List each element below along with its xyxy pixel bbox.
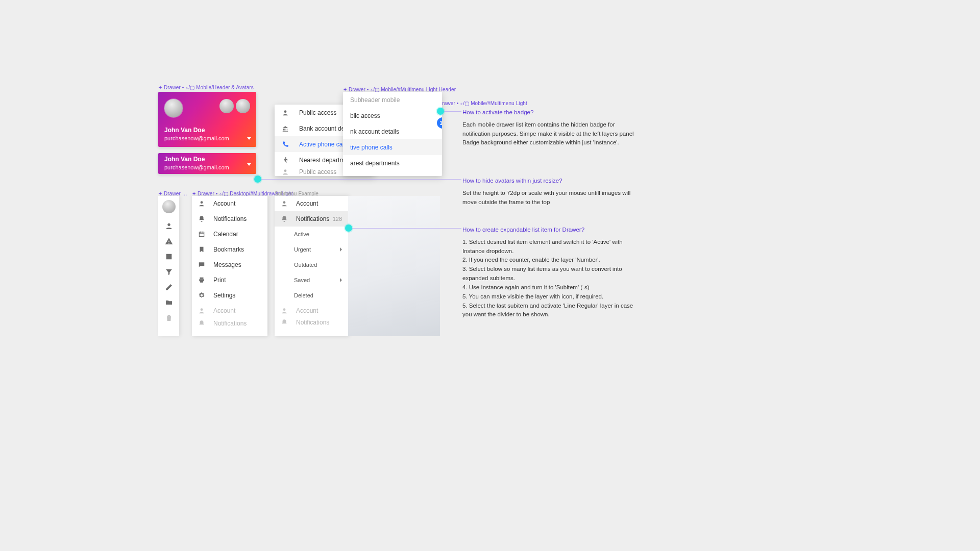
bell-icon xyxy=(198,215,207,222)
drawer-row-notifications[interactable]: Notifications xyxy=(192,211,267,227)
annotation-badge: How to activate the badge? Each mobile d… xyxy=(462,108,636,147)
drawer-label: Messages xyxy=(213,261,241,268)
subitem-outdated[interactable]: Outdated xyxy=(275,257,348,272)
drawer-header-large[interactable]: John Van Doe purchasenow@gmail.com xyxy=(158,92,256,147)
user-email: purchasenow@gmail.com xyxy=(164,164,242,171)
connector-dot xyxy=(345,224,352,232)
folder-icon[interactable] xyxy=(164,298,174,307)
person-icon xyxy=(281,200,290,207)
drawer-row-account-fade[interactable]: Account xyxy=(192,303,267,318)
image-icon[interactable] xyxy=(164,252,174,261)
desktop-multidrawer-light: Account Notifications Calendar Bookmarks… xyxy=(192,196,267,336)
message-icon xyxy=(198,261,207,268)
menu-row[interactable]: nk account details xyxy=(343,123,442,139)
warning-icon[interactable] xyxy=(164,237,174,246)
svg-point-6 xyxy=(283,201,286,204)
bookmark-icon xyxy=(198,246,207,253)
drawer-row-print[interactable]: Print xyxy=(192,272,267,288)
user-name: John Van Doe xyxy=(164,156,242,164)
drawer-label: Notifications xyxy=(213,215,247,222)
subitem-saved[interactable]: Saved xyxy=(275,272,348,288)
bank-icon xyxy=(282,125,292,132)
annotation-heading: How to activate the badge? xyxy=(462,108,636,117)
calendar-icon xyxy=(198,231,207,238)
submenu-row-account[interactable]: Account xyxy=(275,196,348,211)
figma-canvas: ✦ Drawer • ⬨/▢ Mobile/Header & Avatars ✦… xyxy=(158,86,822,341)
drawer-mini-rail xyxy=(158,196,179,336)
header-text: John Van Doe purchasenow@gmail.com xyxy=(164,127,242,142)
person-icon xyxy=(282,168,292,176)
drawer-row-calendar[interactable]: Calendar xyxy=(192,227,267,242)
annotation-avatars-resize: How to hide avatars within just resize? … xyxy=(462,177,636,207)
annotation-body: Set the height to 72dp or scale with you… xyxy=(462,189,636,207)
drawer-row-settings[interactable]: Settings xyxy=(192,288,267,303)
person-icon xyxy=(198,200,207,207)
drawer-label: Account xyxy=(213,307,235,314)
chevron-right-icon xyxy=(340,247,342,252)
user-email: purchasenow@gmail.com xyxy=(164,135,242,142)
submenu-example: Account Notifications 128 Active Urgent … xyxy=(275,196,348,336)
menu-row[interactable]: blic access xyxy=(343,108,442,123)
menu-label: nk account details xyxy=(350,128,435,135)
connector-line xyxy=(351,228,461,229)
avatar[interactable] xyxy=(162,200,176,213)
svg-point-5 xyxy=(201,308,203,311)
menu-row[interactable]: tive phone calls xyxy=(343,139,442,155)
submenu-label: Notifications xyxy=(296,319,329,326)
avatar[interactable] xyxy=(164,99,183,117)
drawer-row-messages[interactable]: Messages xyxy=(192,257,267,272)
menu-label: arest departments xyxy=(350,160,435,167)
person-icon[interactable] xyxy=(164,221,174,231)
edit-icon[interactable] xyxy=(164,283,174,292)
gear-icon xyxy=(198,292,207,299)
header-text: John Van Doe purchasenow@gmail.com xyxy=(164,156,242,171)
delete-icon[interactable] xyxy=(164,313,174,322)
print-icon xyxy=(198,277,207,284)
bell-icon xyxy=(198,320,207,327)
bell-icon xyxy=(281,215,290,222)
drawer-row-account[interactable]: Account xyxy=(192,196,267,211)
frame-label-multimenu-light: ✦ Drawer • ⬨/▢ Mobile/#Multimenu Light xyxy=(433,101,527,106)
drawer-label: Print xyxy=(213,277,226,284)
svg-point-1 xyxy=(285,157,286,158)
svg-point-2 xyxy=(284,169,287,172)
annotation-line: 1. Select desired list item element and … xyxy=(462,238,636,256)
submenu-row-notifications-fade[interactable]: Notifications xyxy=(275,318,348,327)
subitem-urgent[interactable]: Urgent xyxy=(275,242,348,257)
subitem-active[interactable]: Active xyxy=(275,227,348,242)
frame-label-header-avatars: ✦ Drawer • ⬨/▢ Mobile/Header & Avatars xyxy=(158,85,254,90)
svg-point-0 xyxy=(284,110,287,113)
svg-point-4 xyxy=(201,201,203,204)
annotation-line: 3. Select below so many list items as yo… xyxy=(462,265,636,283)
drawer-header-small[interactable]: John Van Doe purchasenow@gmail.com xyxy=(158,153,256,174)
connector-dot xyxy=(254,176,261,183)
submenu-row-account-fade[interactable]: Account xyxy=(275,303,348,318)
drawer-label: Notifications xyxy=(213,320,247,327)
menu-label: blic access xyxy=(350,112,435,119)
account-dropdown-icon[interactable] xyxy=(247,163,251,166)
user-name: John Van Doe xyxy=(164,127,242,135)
connector-line xyxy=(443,111,461,112)
submenu-row-notifications[interactable]: Notifications 128 xyxy=(275,211,348,227)
phone-icon xyxy=(282,141,292,148)
svg-point-3 xyxy=(167,223,170,226)
drawer-row-notifications-fade[interactable]: Notifications xyxy=(192,318,267,329)
connector-line xyxy=(260,179,461,180)
svg-point-7 xyxy=(283,308,286,311)
filter-icon[interactable] xyxy=(164,267,174,277)
mobile-multimenu-light-header: Subheader mobile blic access nk account … xyxy=(343,92,442,176)
subitem-deleted[interactable]: Deleted xyxy=(275,288,348,303)
menu-row[interactable]: arest departments xyxy=(343,155,442,171)
neutral-backdrop xyxy=(348,196,440,336)
menu-label: tive phone calls xyxy=(350,144,435,151)
person-icon xyxy=(282,109,292,116)
annotation-heading: How to create expandable list item for D… xyxy=(462,226,636,235)
avatar-alt-2[interactable] xyxy=(236,99,250,113)
annotation-line: 4. Use Instance again and turn it to 'Su… xyxy=(462,283,636,292)
avatar-alt-1[interactable] xyxy=(219,99,234,113)
count-label: 128 xyxy=(333,216,342,222)
annotation-line: 2. If you need the counter, enable the l… xyxy=(462,256,636,265)
annotation-expandable: How to create expandable list item for D… xyxy=(462,226,636,319)
drawer-row-bookmarks[interactable]: Bookmarks xyxy=(192,242,267,257)
account-dropdown-icon[interactable] xyxy=(247,137,251,140)
